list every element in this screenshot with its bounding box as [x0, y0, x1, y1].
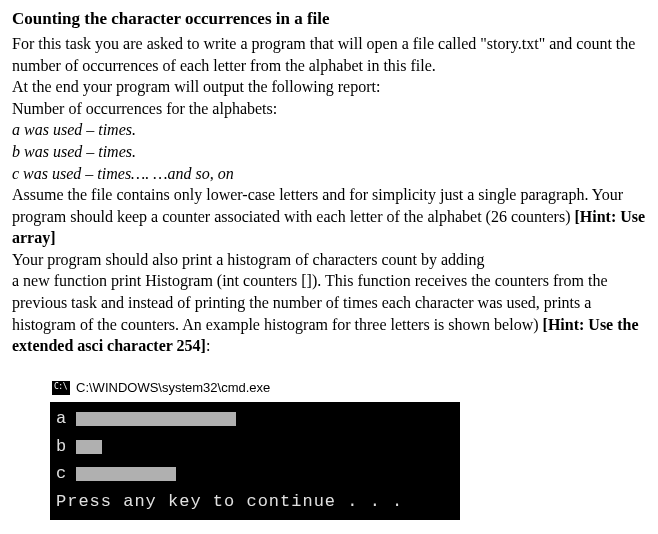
- histogram-text-1: Your program should also print a histogr…: [12, 251, 485, 268]
- histogram-bar: [76, 440, 102, 454]
- terminal-body: a b c Press any key to continue . . .: [50, 402, 460, 520]
- row-letter: a: [56, 406, 68, 432]
- terminal-window: C:\WINDOWS\system32\cmd.exe a b c Press …: [50, 377, 460, 521]
- histogram-row-b: b: [56, 434, 454, 460]
- histogram-row-c: c: [56, 461, 454, 487]
- intro-paragraph-1: For this task you are asked to write a p…: [12, 33, 646, 76]
- sample-output-c: c was used – times…. …and so, on: [12, 163, 646, 185]
- histogram-text-2: a new function print Histogram (int coun…: [12, 272, 608, 332]
- page-title: Counting the character occurrences in a …: [12, 8, 646, 31]
- terminal-titlebar: C:\WINDOWS\system32\cmd.exe: [50, 377, 460, 403]
- terminal-title-text: C:\WINDOWS\system32\cmd.exe: [76, 379, 270, 397]
- cmd-icon: [52, 381, 70, 395]
- report-header-line: Number of occurrences for the alphabets:: [12, 98, 646, 120]
- histogram-bar: [76, 412, 236, 426]
- row-letter: c: [56, 461, 68, 487]
- histogram-row-a: a: [56, 406, 454, 432]
- row-letter: b: [56, 434, 68, 460]
- histogram-bar: [76, 467, 176, 481]
- sample-output-b: b was used – times.: [12, 141, 646, 163]
- intro-paragraph-2: At the end your program will output the …: [12, 76, 646, 98]
- assumption-text: Assume the file contains only lower-case…: [12, 186, 623, 225]
- sample-output-a: a was used – times.: [12, 119, 646, 141]
- histogram-paragraph: Your program should also print a histogr…: [12, 249, 646, 357]
- terminal-prompt: Press any key to continue . . .: [56, 489, 454, 515]
- assumption-paragraph: Assume the file contains only lower-case…: [12, 184, 646, 249]
- trailing-colon: :: [206, 337, 210, 354]
